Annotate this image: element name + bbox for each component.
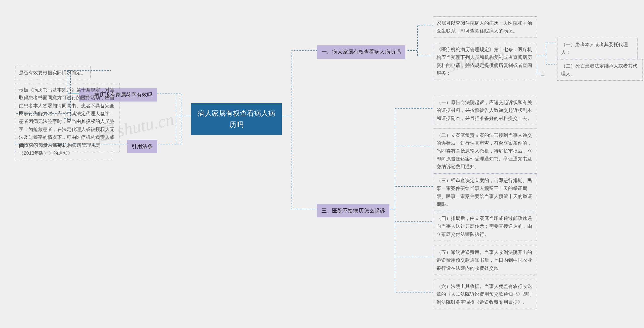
b3-leaf-2-text: （二）立案庭负责立案的法官接到当事人递交的诉状后，进行认真审查，符合立案条件的，… (436, 133, 532, 169)
b3-leaf-4-text: （四）排期后，由立案庭当即或通过邮政速递向当事人送达开庭传票；需要直接送达的，由… (436, 216, 532, 237)
b3-leaf-3-text: （三）经审查决定立案的，当即进行排期。民事一审案件要给当事人预留三十天的举证期限… (436, 178, 532, 207)
b3-leaf-2[interactable]: （二）立案庭负责立案的法官接到当事人递交的诉状后，进行认真审查，符合立案条件的，… (433, 128, 537, 174)
branch-ref[interactable]: 引用法条 (127, 140, 157, 153)
b3-leaf-5-text: （五）缴纳诉讼费用。当事人收到法院开出的诉讼费用预交款通知书后，七日内到中国农业… (436, 250, 532, 271)
branch-1-label: 一、病人家属有权查看病人病历吗 (321, 49, 401, 55)
b1-leaf-2[interactable]: 《医疗机构病历管理规定》第十七条：医疗机构应当受理下列人员和机构复制或者查阅病历… (433, 43, 537, 80)
ref-leaf-1-text: [1]《关于印发《医疗机构病历管理规定（2013年版）》的通知》 (19, 143, 101, 156)
b1-leaf-2-text: 《医疗机构病历管理规定》第十七条：医疗机构应当受理下列人员和机构复制或者查阅病历… (436, 47, 532, 76)
b1-leaf-2a-text: （一）患者本人或者其委托代理人； (561, 42, 628, 55)
b3-leaf-6[interactable]: （六）法院出具收据。当事人凭盖有农行收讫章的《人民法院诉讼费用预交款通知书》即时… (433, 280, 537, 309)
b1-leaf-2b[interactable]: （二）死亡患者法定继承人或者其代理人。 (557, 59, 643, 81)
b2-leaf-1[interactable]: 是否有效要根据实际情况而定。 (15, 66, 91, 79)
b3-leaf-6-text: （六）法院出具收据。当事人凭盖有农行收讫章的《人民法院诉讼费用预交款通知书》即时… (436, 284, 532, 305)
b3-leaf-1-text: （一）原告向法院起诉，应递交起诉状和有关的证据材料，并按照被告人数递交起诉状副本… (436, 100, 532, 121)
b3-leaf-4[interactable]: （四）排期后，由立案庭当即或通过邮政速递向当事人送达开庭传票；需要直接送达的，由… (433, 212, 537, 241)
root-node[interactable]: 病人家属有权查看病人病 历吗 (191, 103, 282, 135)
branch-3[interactable]: 三、医院不给病历怎么起诉 (317, 204, 389, 217)
b2-leaf-1-text: 是否有效要根据实际情况而定。 (19, 70, 86, 75)
b1-empty-stub (541, 71, 545, 76)
b1-leaf-2b-text: （二）死亡患者法定继承人或者其代理人。 (561, 63, 637, 76)
b1-leaf-2a[interactable]: （一）患者本人或者其委托代理人； (557, 38, 638, 59)
root-title: 病人家属有权查看病人病 历吗 (198, 109, 275, 128)
branch-ref-label: 引用法条 (132, 143, 153, 149)
ref-leaf-1[interactable]: [1]《关于印发《医疗机构病历管理规定（2013年版）》的通知》 (15, 139, 112, 160)
b3-leaf-1[interactable]: （一）原告向法院起诉，应递交起诉状和有关的证据材料，并按照被告人数递交起诉状副本… (433, 96, 537, 125)
branch-3-label: 三、医院不给病历怎么起诉 (321, 208, 385, 213)
b3-leaf-3[interactable]: （三）经审查决定立案的，当即进行排期。民事一审案件要给当事人预留三十天的举证期限… (433, 174, 537, 211)
b3-leaf-5[interactable]: （五）缴纳诉讼费用。当事人收到法院开出的诉讼费用预交款通知书后，七日内到中国农业… (433, 246, 537, 275)
b1-leaf-1-text: 家属可以查阅住院病人的病历；去医院和主治医生联系，即可查阅住院病人的病历。 (436, 20, 532, 34)
b1-leaf-1[interactable]: 家属可以查阅住院病人的病历；去医院和主治医生联系，即可查阅住院病人的病历。 (433, 16, 537, 38)
branch-1[interactable]: 一、病人家属有权查看病人病历吗 (317, 45, 405, 59)
